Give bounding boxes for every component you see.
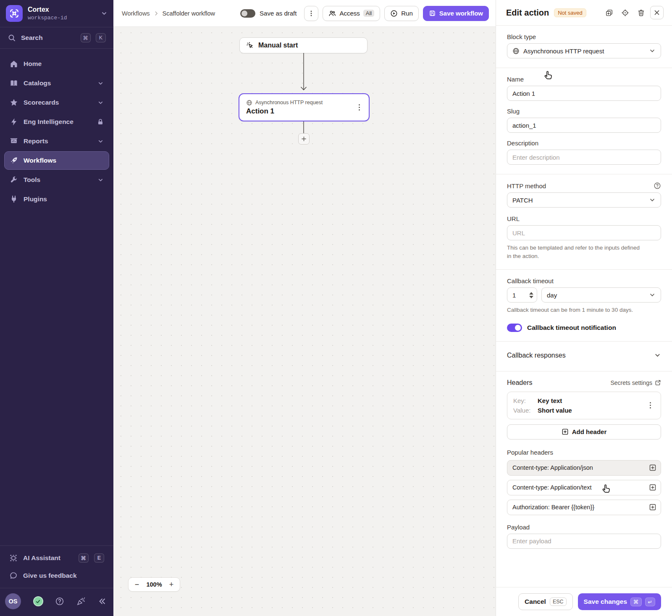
header-row-menu-button[interactable] xyxy=(646,400,655,411)
sidebar-item-plugins[interactable]: Plugins xyxy=(4,190,109,208)
sidebar-item-catalogs[interactable]: Catalogs xyxy=(4,74,109,92)
run-button[interactable]: Run xyxy=(384,6,419,21)
lightning-icon xyxy=(10,118,18,126)
sidebar: Cortex workspace-id Search ⌘ K Home Cata… xyxy=(0,0,113,616)
sidebar-item-scorecards[interactable]: Scorecards xyxy=(4,93,109,112)
party-popper-icon[interactable] xyxy=(76,597,86,606)
kbd-esc: ESC xyxy=(550,598,567,606)
delete-button[interactable] xyxy=(634,6,648,19)
stepper-arrows-icon[interactable] xyxy=(529,292,533,298)
popular-header-json[interactable]: Content-type: Application/json xyxy=(507,460,661,476)
name-input[interactable] xyxy=(507,86,661,101)
key-label: Key: xyxy=(513,397,538,404)
panel-footer: Cancel ESC Save changes ⌘ ↵ xyxy=(496,587,672,616)
workflow-canvas[interactable]: Manual start Asynchronous HTTP request A… xyxy=(113,27,496,616)
sidebar-item-label: Catalogs xyxy=(24,79,92,87)
plus-square-icon xyxy=(649,464,656,471)
popular-header-text-label: Content-type: Application/text xyxy=(512,484,592,491)
popular-headers-label: Popular headers xyxy=(507,449,661,456)
action-node-menu-button[interactable] xyxy=(354,102,364,113)
locate-button[interactable] xyxy=(618,6,632,19)
user-avatar[interactable]: OS xyxy=(5,593,21,609)
callback-notification-toggle[interactable] xyxy=(507,324,522,332)
timeout-unit-select[interactable]: day xyxy=(541,287,661,303)
add-step-button[interactable] xyxy=(298,133,310,145)
feedback-item[interactable]: Give us feedback xyxy=(0,567,113,584)
workspace-id: workspace-id xyxy=(28,15,96,21)
workspace-switcher[interactable]: Cortex workspace-id xyxy=(0,0,113,27)
chevron-down-icon xyxy=(101,10,108,17)
star-icon xyxy=(10,98,18,107)
http-method-select[interactable]: PATCH xyxy=(507,192,661,208)
toggle-off-icon xyxy=(240,9,255,18)
sidebar-bottom-row: OS xyxy=(0,588,113,616)
header-row-card[interactable]: Key: Key text Value: Short value xyxy=(507,392,661,419)
kebab-icon xyxy=(308,10,315,17)
sidebar-item-home[interactable]: Home xyxy=(4,55,109,73)
timeout-stepper[interactable] xyxy=(507,287,537,303)
action-node[interactable]: Asynchronous HTTP request Action 1 xyxy=(239,93,370,121)
description-input[interactable] xyxy=(507,150,661,165)
sidebar-item-reports[interactable]: Reports xyxy=(4,132,109,150)
callback-responses-collapse[interactable]: Callback responses xyxy=(507,349,661,362)
cortex-logo-icon xyxy=(6,5,23,22)
value-value: Short value xyxy=(538,407,646,414)
sidebar-item-tools[interactable]: Tools xyxy=(4,171,109,189)
payload-input[interactable] xyxy=(507,534,661,549)
topbar: Workflows Scaffolder workflow Save as dr… xyxy=(113,0,496,27)
save-changes-label: Save changes xyxy=(584,598,627,605)
breadcrumb-workflows[interactable]: Workflows xyxy=(122,10,150,17)
help-icon[interactable] xyxy=(55,597,64,606)
zoom-in-button[interactable]: + xyxy=(165,579,177,590)
chevron-down-icon xyxy=(654,352,661,359)
cancel-button[interactable]: Cancel ESC xyxy=(518,593,573,610)
search-input[interactable]: Search ⌘ K xyxy=(0,27,113,49)
sidebar-item-eng-intelligence[interactable]: Eng Intelligence xyxy=(4,113,109,131)
edit-action-panel: Edit action Not saved Block type Asynchr… xyxy=(496,0,672,616)
identity-section: Name Slug Description xyxy=(496,68,672,174)
status-check-icon[interactable] xyxy=(33,596,43,606)
sidebar-nav: Home Catalogs Scorecards Eng Intelligenc… xyxy=(0,49,113,208)
run-label: Run xyxy=(401,10,413,17)
timeout-value-input[interactable] xyxy=(509,292,523,299)
block-type-select[interactable]: Asynchronous HTTP request xyxy=(507,43,661,58)
add-header-button[interactable]: Add header xyxy=(507,424,661,440)
zoom-out-button[interactable]: − xyxy=(131,579,143,590)
url-input[interactable] xyxy=(507,225,661,240)
edge-connector-short xyxy=(298,121,309,134)
save-as-draft-toggle[interactable]: Save as draft xyxy=(240,9,297,18)
manual-start-label: Manual start xyxy=(258,42,298,49)
target-icon xyxy=(621,9,629,17)
chevron-down-icon xyxy=(649,292,656,298)
collapse-sidebar-icon[interactable] xyxy=(97,597,107,606)
sidebar-item-workflows[interactable]: Workflows xyxy=(4,151,109,170)
close-panel-button[interactable] xyxy=(650,6,664,19)
chevron-down-icon xyxy=(97,100,104,106)
duplicate-button[interactable] xyxy=(602,6,616,19)
description-label: Description xyxy=(507,140,661,147)
ai-assistant-item[interactable]: AI Assistant ⌘ E xyxy=(0,549,113,567)
access-label: Access xyxy=(339,10,360,17)
http-method-label: HTTP method xyxy=(507,182,546,190)
popular-header-auth[interactable]: Authorization: Bearer {{token}} xyxy=(507,500,661,515)
popular-header-text[interactable]: Content-type: Application/text xyxy=(507,480,661,495)
more-options-button[interactable] xyxy=(304,6,318,21)
save-workflow-button[interactable]: Save workflow xyxy=(423,6,489,21)
save-changes-button[interactable]: Save changes ⌘ ↵ xyxy=(578,593,661,610)
plus-square-icon xyxy=(562,428,569,435)
access-button[interactable]: Access All xyxy=(323,6,380,21)
block-type-value: Asynchronous HTTP request xyxy=(523,47,645,55)
slug-input[interactable] xyxy=(507,118,661,133)
secrets-settings-link[interactable]: Secrets settings xyxy=(610,379,661,386)
kbd-k: K xyxy=(96,33,106,42)
timeout-help-text: Callback timeout can be from 1 minute to… xyxy=(507,306,661,314)
kbd-e: E xyxy=(94,553,104,563)
sidebar-item-label: Workflows xyxy=(24,157,104,164)
callback-responses-label: Callback responses xyxy=(507,352,566,359)
close-icon xyxy=(654,9,660,16)
workspace-name: Cortex xyxy=(28,6,96,13)
help-circle-icon[interactable] xyxy=(654,182,661,190)
sidebar-item-label: Home xyxy=(24,60,104,68)
name-label: Name xyxy=(507,76,661,83)
manual-start-node[interactable]: Manual start xyxy=(239,37,368,53)
